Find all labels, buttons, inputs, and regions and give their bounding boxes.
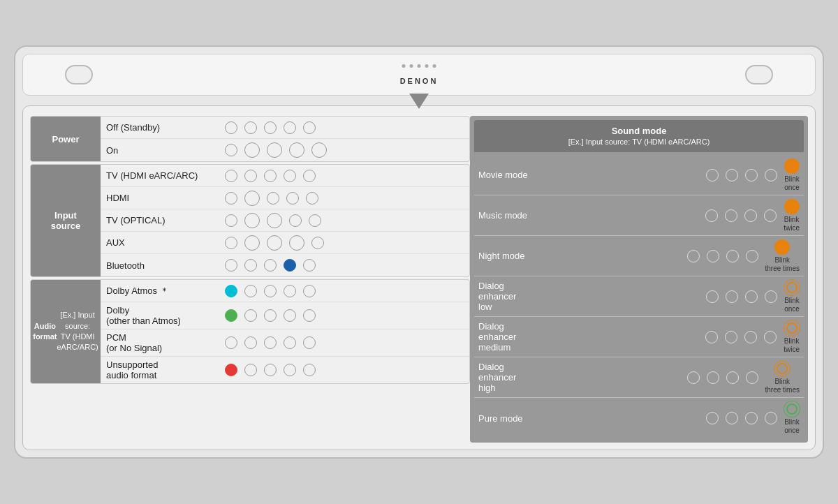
circle-indicator [726, 169, 738, 181]
sound-mode-dialog-low-label: Dialogenhancerlow [474, 281, 572, 312]
circle-indicator [225, 192, 237, 205]
device-handle-left [65, 65, 93, 84]
circle-indicator [267, 142, 282, 158]
circle-indicator [303, 364, 316, 376]
circle-indicator [264, 336, 277, 349]
circle-indicator [707, 371, 719, 384]
sound-circles: Blinktwice [572, 199, 804, 232]
circle-indicator [286, 192, 299, 205]
circle-indicator [284, 336, 296, 349]
circle-indicator [745, 169, 758, 181]
circle-indicator [244, 191, 260, 206]
audio-format-rows: Dolby Atmos ＊ Dolby(other than Atmos) [101, 280, 469, 383]
blink-col-dialog-high: Blinkthree times [765, 361, 800, 394]
circle-indicator [244, 213, 260, 228]
main-panel: Power Off (Standby) On [22, 105, 816, 450]
sound-row-dialog-low: Dialogenhancerlow Blinkonce [474, 276, 804, 317]
sound-circles: Blinkthree times [572, 361, 804, 394]
circle-indicator [225, 237, 237, 249]
table-row: Bluetooth [101, 254, 469, 276]
circle-indicator [225, 144, 237, 156]
circle-indicator [706, 169, 719, 181]
outer-wrapper: DENON Power Off (Standby) [14, 45, 824, 459]
table-row: AUX [101, 232, 469, 254]
circle-indicator [264, 259, 277, 272]
table-row: Dolby(other than Atmos) [101, 302, 469, 329]
circle-indicator [303, 336, 316, 349]
power-rows: Off (Standby) On [101, 117, 469, 161]
circle-indicator [687, 250, 700, 262]
circle-indicator [264, 285, 277, 297]
device-dots [402, 64, 436, 68]
audio-format-block: Audio format[Ex.] Input source:TV (HDMI … [30, 279, 470, 384]
table-row: Unsupportedaudio format [101, 357, 469, 383]
circle-orange-ring [784, 320, 800, 336]
device-top-bar: DENON [22, 54, 816, 96]
sound-mode-subtitle: [Ex.] Input source: TV (HDMI eARC/ARC) [568, 138, 710, 146]
circle-indicator [706, 290, 719, 303]
circles-group [219, 309, 321, 322]
circle-orange-filled [784, 158, 800, 174]
device-handle-right [745, 65, 773, 84]
circle-orange-filled [774, 239, 790, 255]
row-label: TV (HDMI eARC/ARC) [101, 168, 219, 184]
circle-indicator [264, 364, 277, 376]
row-label: Unsupportedaudio format [101, 357, 219, 383]
sound-row-dialog-medium: Dialogenhancermedium Blinktwice [474, 317, 804, 357]
row-label: Dolby Atmos ＊ [101, 282, 219, 300]
blink-label: Blinkthree times [765, 378, 800, 394]
row-label: AUX [101, 235, 219, 251]
circle-indicator [303, 259, 316, 272]
circle-indicator [311, 237, 324, 249]
table-row: Dolby Atmos ＊ [101, 280, 469, 302]
circle-indicator [264, 121, 277, 134]
circles-group [219, 121, 321, 134]
audio-format-label: Audio format[Ex.] Input source:TV (HDMI … [31, 280, 101, 383]
table-row: TV (HDMI eARC/ARC) [101, 165, 469, 187]
sound-circles: Blinkonce [572, 280, 804, 313]
circle-indicator [225, 214, 237, 227]
circles-group [219, 285, 321, 297]
row-label: Dolby(other than Atmos) [101, 302, 219, 329]
sound-mode-music-label: Music mode [474, 210, 572, 221]
circle-indicator [244, 235, 260, 251]
circle-indicator [764, 209, 777, 222]
sound-circles: Blinkonce [572, 158, 804, 192]
circles-group [219, 170, 321, 182]
circle-indicator [303, 121, 316, 134]
circle-indicator [745, 290, 758, 303]
circle-indicator [725, 331, 737, 343]
right-section: Sound mode [Ex.] Input source: TV (HDMI … [470, 116, 808, 443]
circle-indicator [244, 170, 257, 182]
blink-label: Blinkthree times [765, 256, 800, 273]
left-section: Power Off (Standby) On [30, 116, 470, 443]
circle-indicator [267, 213, 282, 228]
sound-mode-dialog-high-label: Dialogenhancerhigh [474, 362, 572, 393]
circle-indicator [267, 235, 282, 251]
power-block: Power Off (Standby) On [30, 116, 470, 162]
circle-indicator [765, 412, 777, 424]
circle-indicator [765, 169, 777, 181]
row-label: On [101, 142, 219, 158]
input-source-label: Inputsource [31, 165, 101, 276]
circles-group [219, 259, 321, 272]
sound-mode-header: Sound mode [Ex.] Input source: TV (HDMI … [474, 120, 804, 152]
sound-circles: Blinkthree times [572, 239, 804, 273]
blink-col-movie: Blinkonce [784, 158, 800, 192]
circle-indicator [706, 412, 719, 424]
circle-indicator [311, 142, 327, 158]
power-label: Power [31, 117, 101, 161]
circle-indicator-cyan [225, 285, 237, 297]
blink-col-music: Blinktwice [784, 199, 800, 232]
circle-indicator [764, 331, 777, 343]
circle-indicator [745, 412, 758, 424]
circle-indicator [744, 209, 757, 222]
circles-group [219, 213, 327, 228]
device-logo: DENON [400, 77, 439, 85]
circle-indicator [244, 364, 257, 376]
circle-indicator [309, 214, 321, 227]
circle-indicator [765, 290, 777, 303]
circle-indicator [726, 371, 739, 384]
circle-indicator-green [225, 309, 237, 322]
circle-green-ring [784, 401, 800, 417]
